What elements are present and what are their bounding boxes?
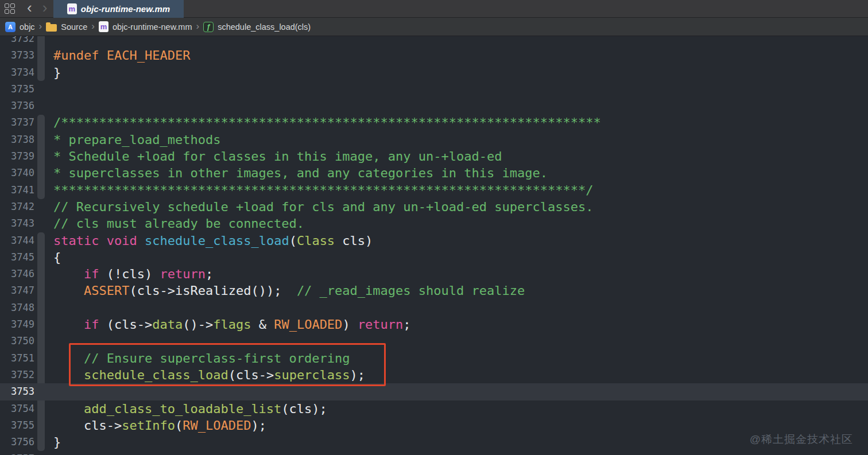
line-number[interactable]: 3747 (0, 282, 34, 299)
line-number[interactable]: 3756 (0, 434, 34, 450)
line-number[interactable]: 3751 (0, 350, 34, 367)
breadcrumb-label: Source (61, 22, 87, 32)
code-line[interactable]: 3748 (0, 300, 868, 316)
back-button[interactable]: ‹ (22, 0, 37, 15)
breadcrumb-label: objc-runtime-new.mm (113, 22, 192, 32)
code-lines: 37323733#undef EACH_HEADER3734}373537363… (0, 36, 868, 455)
line-number[interactable]: 3742 (0, 199, 34, 215)
code-line[interactable]: 3746 if (!cls) return; (0, 266, 868, 282)
code-text[interactable]: schedule_class_load(cls->superclass); (34, 367, 365, 383)
line-number[interactable]: 3757 (0, 450, 34, 455)
code-text[interactable]: /***************************************… (34, 114, 601, 131)
folder-icon (46, 24, 57, 32)
line-number[interactable]: 3736 (0, 98, 34, 114)
line-number[interactable]: 3749 (0, 316, 34, 333)
line-number[interactable]: 3752 (0, 367, 34, 383)
line-number[interactable]: 3743 (0, 215, 34, 232)
code-text[interactable]: cls->setInfo(RW_LOADED); (34, 417, 266, 434)
line-number[interactable]: 3739 (0, 148, 34, 165)
code-text[interactable]: ASSERT(cls->isRealized()); // _read_imag… (34, 282, 525, 299)
editor-tab[interactable]: m objc-runtime-new.mm (53, 0, 184, 18)
code-text[interactable]: * prepare_load_methods (34, 131, 220, 148)
code-line[interactable]: 3747 ASSERT(cls->isRealized()); // _read… (0, 282, 868, 299)
code-line[interactable]: 3734} (0, 64, 868, 81)
code-line[interactable]: 3755 cls->setInfo(RW_LOADED); (0, 417, 868, 434)
line-number[interactable]: 3746 (0, 266, 34, 282)
line-number[interactable]: 3745 (0, 249, 34, 266)
code-line[interactable]: 3756} (0, 434, 868, 450)
line-number[interactable]: 3733 (0, 47, 34, 64)
watermark: @稀土掘金技术社区 (750, 432, 853, 447)
code-text[interactable] (34, 450, 53, 455)
code-line[interactable]: 3733#undef EACH_HEADER (0, 47, 868, 64)
code-line[interactable]: 3750 (0, 333, 868, 349)
line-number[interactable]: 3748 (0, 300, 34, 316)
code-text[interactable] (34, 333, 53, 349)
code-line[interactable]: 3743// cls must already be connected. (0, 215, 868, 232)
breadcrumb-item-source[interactable]: Source (46, 22, 87, 32)
line-number[interactable]: 3744 (0, 232, 34, 249)
code-text[interactable]: if (!cls) return; (34, 266, 213, 282)
code-text[interactable]: static void schedule_class_load(Class cl… (34, 232, 373, 249)
forward-button[interactable]: › (37, 0, 53, 15)
code-text[interactable]: // cls must already be connected. (34, 215, 304, 232)
code-line[interactable]: 3742// Recursively schedule +load for cl… (0, 199, 868, 215)
line-number[interactable]: 3740 (0, 165, 34, 181)
code-line[interactable]: 3740* superclasses in other images, and … (0, 165, 868, 181)
line-number[interactable]: 3754 (0, 400, 34, 417)
line-number[interactable]: 3737 (0, 114, 34, 131)
line-number[interactable]: 3735 (0, 81, 34, 98)
code-line[interactable]: 3751 // Ensure superclass-first ordering (0, 350, 868, 367)
line-number[interactable]: 3734 (0, 64, 34, 81)
code-text[interactable]: * superclasses in other images, and any … (34, 165, 548, 181)
tab-overview-grid-icon[interactable] (5, 3, 15, 14)
code-line[interactable]: 3736 (0, 98, 868, 114)
breadcrumb-separator-icon: › (192, 21, 204, 33)
code-line[interactable]: 3739* Schedule +load for classes in this… (0, 148, 868, 165)
code-text[interactable] (34, 383, 53, 400)
code-text[interactable]: * Schedule +load for classes in this ima… (34, 148, 502, 165)
code-line[interactable]: 3741************************************… (0, 182, 868, 199)
code-text[interactable]: // Ensure superclass-first ordering (34, 350, 350, 367)
line-number[interactable]: 3750 (0, 333, 34, 349)
code-text[interactable]: add_class_to_loadable_list(cls); (34, 400, 327, 417)
code-editor[interactable]: 37323733#undef EACH_HEADER3734}373537363… (0, 36, 868, 455)
line-number[interactable]: 3732 (0, 36, 34, 47)
breadcrumb-item-schedule-class-load-cls-[interactable]: ƒschedule_class_load(cls) (203, 22, 311, 32)
code-text[interactable] (34, 300, 53, 316)
code-line[interactable]: 3732 (0, 36, 868, 47)
code-text[interactable]: if (cls->data()->flags & RW_LOADED) retu… (34, 316, 411, 333)
code-text[interactable]: } (34, 64, 61, 81)
line-number[interactable]: 3755 (0, 417, 34, 434)
line-number[interactable]: 3738 (0, 131, 34, 148)
code-line[interactable]: 3753 (0, 383, 868, 400)
line-number[interactable]: 3741 (0, 182, 34, 199)
file-m-icon: m (99, 21, 108, 32)
breadcrumb-label: schedule_class_load(cls) (218, 22, 311, 32)
code-line[interactable]: 3738* prepare_load_methods (0, 131, 868, 148)
code-line[interactable]: 3757 (0, 450, 868, 455)
project-icon: A (5, 22, 16, 32)
code-text[interactable]: #undef EACH_HEADER (34, 47, 190, 64)
breadcrumb: Aobjc›Source›mobjc-runtime-new.mm›ƒsched… (0, 18, 868, 36)
code-text[interactable]: } (34, 434, 61, 450)
code-text[interactable]: { (34, 249, 61, 266)
code-line[interactable]: 3745{ (0, 249, 868, 266)
breadcrumb-separator-icon: › (35, 21, 46, 33)
code-text[interactable] (34, 98, 53, 114)
code-line[interactable]: 3754 add_class_to_loadable_list(cls); (0, 400, 868, 417)
code-text[interactable]: // Recursively schedule +load for cls an… (34, 199, 593, 215)
code-line[interactable]: 3735 (0, 81, 868, 98)
breadcrumb-item-objc-runtime-new-mm[interactable]: mobjc-runtime-new.mm (99, 21, 192, 32)
code-text[interactable] (34, 81, 53, 98)
code-line[interactable]: 3752 schedule_class_load(cls->superclass… (0, 367, 868, 383)
code-text[interactable] (34, 36, 53, 47)
code-text[interactable]: ****************************************… (34, 182, 593, 199)
code-line[interactable]: 3749 if (cls->data()->flags & RW_LOADED)… (0, 316, 868, 333)
line-number[interactable]: 3753 (0, 383, 34, 400)
breadcrumb-item-objc[interactable]: Aobjc (5, 22, 35, 32)
tab-bar: ‹ › m objc-runtime-new.mm (0, 0, 868, 18)
code-line[interactable]: 3744static void schedule_class_load(Clas… (0, 232, 868, 249)
code-line[interactable]: 3737/***********************************… (0, 114, 868, 131)
file-m-icon: m (67, 3, 77, 14)
